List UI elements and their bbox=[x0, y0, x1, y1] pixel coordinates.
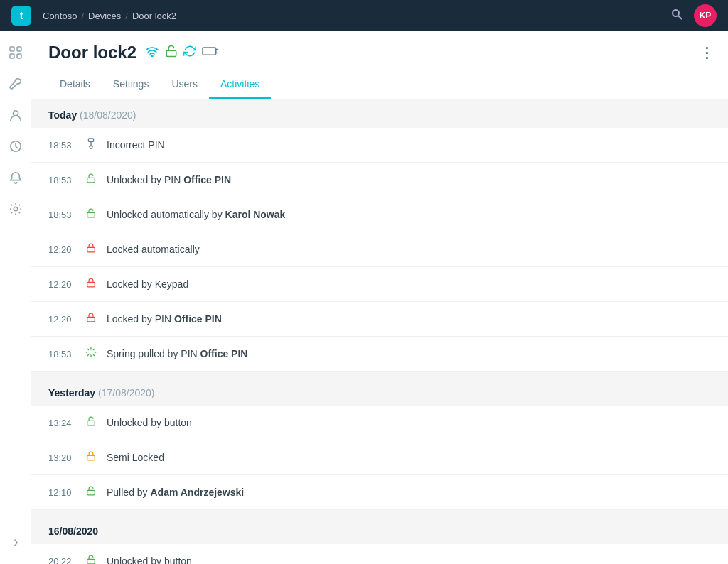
date-group-16: 16/08/2020 bbox=[31, 516, 728, 544]
unlock-icon bbox=[84, 416, 98, 430]
main-content: Door lock2 bbox=[31, 31, 728, 564]
activity-item: 18:53 Incorrect PIN bbox=[31, 128, 728, 163]
svg-rect-20 bbox=[87, 317, 95, 321]
sidebar-item-notifications[interactable] bbox=[3, 165, 28, 190]
svg-rect-10 bbox=[166, 50, 176, 56]
activity-text: Pulled by Adam Andrzejewski bbox=[107, 487, 711, 498]
svg-point-6 bbox=[13, 111, 18, 116]
activity-item: 18:53 Unlocked by PIN Office PIN bbox=[31, 163, 728, 197]
activity-item: 12:20 Locked by PIN Office PIN bbox=[31, 302, 728, 337]
sidebar-item-grid[interactable] bbox=[3, 40, 28, 65]
svg-point-0 bbox=[673, 10, 679, 16]
svg-rect-18 bbox=[87, 247, 95, 251]
activity-item: 13:20 Semi Locked bbox=[31, 440, 728, 475]
sidebar-item-users[interactable] bbox=[3, 102, 28, 128]
svg-point-8 bbox=[14, 207, 17, 210]
date-group-today: Today (18/08/2020) bbox=[31, 99, 728, 128]
unlock-icon bbox=[84, 554, 98, 564]
sidebar-expand-button[interactable] bbox=[3, 530, 28, 555]
activity-text: Semi Locked bbox=[107, 452, 711, 463]
activity-text: Locked automatically bbox=[107, 244, 711, 255]
activity-item: 20:22 Unlocked by button bbox=[31, 544, 728, 564]
top-navigation: t Contoso / Devices / Door lock2 KP bbox=[0, 0, 728, 31]
sidebar-item-settings[interactable] bbox=[3, 196, 28, 222]
svg-line-1 bbox=[678, 16, 682, 19]
device-status-icons bbox=[145, 45, 219, 60]
svg-rect-21 bbox=[87, 421, 95, 425]
app-logo[interactable]: t bbox=[11, 6, 31, 26]
tab-users[interactable]: Users bbox=[160, 71, 209, 99]
activity-text: Incorrect PIN bbox=[107, 139, 711, 151]
search-button[interactable] bbox=[668, 6, 685, 26]
unlock-icon bbox=[84, 173, 98, 187]
topnav-right: KP bbox=[668, 4, 717, 27]
page-tabs: Details Settings Users Activities bbox=[48, 71, 711, 99]
activity-text: Unlocked automatically by Karol Nowak bbox=[107, 209, 711, 220]
pin-icon bbox=[84, 138, 98, 152]
activity-item: 13:24 Unlocked by button bbox=[31, 406, 728, 440]
svg-rect-22 bbox=[87, 455, 95, 460]
activity-text: Unlocked by button bbox=[107, 555, 711, 564]
breadcrumb-device[interactable]: Door lock2 bbox=[132, 11, 176, 21]
wifi-icon bbox=[145, 45, 159, 60]
activity-text: Locked by Keypad bbox=[107, 278, 711, 290]
activity-item: 12:10 Pulled by Adam Andrzejewski bbox=[31, 475, 728, 510]
sidebar-item-activity[interactable] bbox=[3, 134, 28, 159]
breadcrumb: Contoso / Devices / Door lock2 bbox=[43, 11, 176, 21]
sync-icon bbox=[183, 45, 196, 60]
svg-rect-19 bbox=[87, 282, 95, 286]
tab-settings[interactable]: Settings bbox=[102, 71, 161, 99]
more-options-button[interactable]: ⋮ bbox=[700, 44, 714, 61]
page-title: Door lock2 bbox=[48, 43, 136, 63]
date-group-yesterday: Yesterday (17/08/2020) bbox=[31, 377, 728, 406]
sidebar-item-tools[interactable] bbox=[3, 71, 28, 97]
unlock-icon bbox=[84, 485, 98, 499]
svg-rect-2 bbox=[10, 47, 14, 51]
svg-rect-5 bbox=[17, 54, 21, 58]
activity-text: Unlocked by PIN Office PIN bbox=[107, 174, 711, 185]
breadcrumb-contoso[interactable]: Contoso bbox=[43, 11, 77, 21]
lock-status-icon bbox=[165, 45, 178, 60]
tab-activities[interactable]: Activities bbox=[209, 71, 271, 99]
activity-text: Locked by PIN Office PIN bbox=[107, 313, 711, 325]
svg-rect-11 bbox=[203, 48, 216, 55]
section-divider bbox=[31, 510, 728, 516]
svg-rect-15 bbox=[88, 139, 93, 141]
battery-icon bbox=[202, 46, 219, 59]
tab-details[interactable]: Details bbox=[48, 71, 102, 99]
lock-icon bbox=[84, 242, 98, 256]
svg-point-9 bbox=[151, 55, 153, 57]
activity-item: 12:20 Locked by Keypad bbox=[31, 267, 728, 302]
svg-rect-3 bbox=[17, 47, 21, 51]
semi-lock-icon bbox=[84, 450, 98, 465]
lock-icon bbox=[84, 312, 98, 326]
svg-rect-16 bbox=[87, 178, 95, 182]
breadcrumb-devices[interactable]: Devices bbox=[88, 11, 121, 21]
activity-item: 18:53 Unlocked automatically by Karol No… bbox=[31, 197, 728, 232]
user-avatar[interactable]: KP bbox=[694, 4, 717, 27]
activity-text: Spring pulled by PIN Office PIN bbox=[107, 348, 711, 359]
svg-rect-24 bbox=[87, 559, 95, 563]
svg-rect-23 bbox=[87, 490, 95, 494]
sidebar bbox=[0, 31, 31, 564]
activity-item: 12:20 Locked automatically bbox=[31, 232, 728, 267]
spring-icon bbox=[84, 347, 98, 361]
section-divider bbox=[31, 372, 728, 377]
activities-list: Today (18/08/2020) 18:53 Incorrect PIN 1… bbox=[31, 99, 728, 564]
unlock-icon bbox=[84, 207, 98, 222]
lock-icon bbox=[84, 277, 98, 291]
svg-rect-4 bbox=[10, 54, 14, 58]
page-header: Door lock2 bbox=[31, 31, 728, 99]
activity-text: Unlocked by button bbox=[107, 417, 711, 428]
activity-item: 18:53 Spring pulled by PIN Office PIN bbox=[31, 337, 728, 372]
svg-rect-17 bbox=[87, 212, 95, 217]
page-title-row: Door lock2 bbox=[48, 43, 711, 63]
